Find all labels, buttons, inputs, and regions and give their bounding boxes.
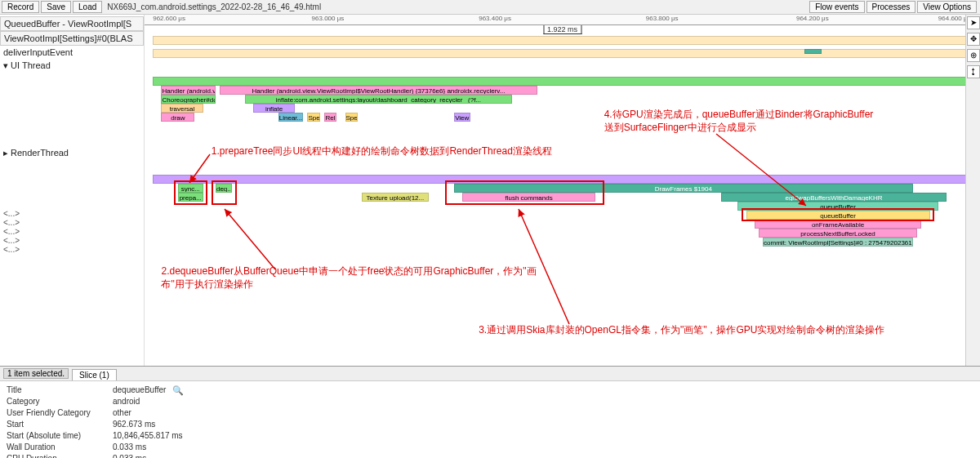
sidebar-dots[interactable]: <...> (0, 209, 144, 218)
trace-bar[interactable] (153, 77, 972, 86)
trace-bar[interactable] (153, 36, 972, 45)
sidebar-item-ui-thread[interactable]: ▾ UI Thread (0, 59, 144, 73)
trace-bar[interactable] (804, 49, 821, 54)
load-button[interactable]: Load (73, 1, 102, 13)
detail-key: CPU Duration (7, 453, 113, 458)
details-panel: 1 item selected. Slice (1) TitledequeueB… (0, 366, 980, 458)
svg-line-2 (225, 209, 275, 269)
trace-bar[interactable]: inflate:com.android.settings:layout/dash… (245, 95, 512, 104)
highlight-box (212, 180, 237, 205)
trace-bar[interactable]: eglSwapBuffersWithDamageKHR (721, 193, 947, 202)
time-range-label: 1.922 ms (543, 25, 581, 34)
annotation-text: 1.prepareTree同步UI线程中构建好的绘制命令树数据到RenderTh… (212, 145, 636, 158)
sidebar-dots[interactable]: <...> (0, 236, 144, 245)
trace-bar[interactable]: View (454, 113, 470, 122)
sidebar-item-render-thread[interactable]: ▸ RenderThread (0, 146, 144, 160)
sidebar-dots[interactable]: <...> (0, 227, 144, 236)
trace-bar[interactable]: Handler (android.v... (161, 86, 215, 95)
trace-bar[interactable]: Choreographer#doF... (161, 95, 215, 104)
tool-rail: ➤ ✥ ⊕ ⭥ (965, 15, 980, 366)
detail-val: other (113, 407, 131, 419)
time-ruler: 962.600 μs 963.000 μs 963.400 μs 963.800… (145, 15, 980, 25)
trace-bar[interactable]: Texture upload(12... (362, 193, 429, 202)
trace-bar[interactable] (153, 49, 972, 58)
detail-key: Start (7, 419, 113, 430)
sidebar-item-deliverinput[interactable]: deliverInputEvent (0, 46, 144, 59)
annotation-text: 4.待GPU渲染完成后，queueBuffer通过Binder将GraphicB… (604, 108, 956, 134)
sidebar-dots[interactable]: <...> (0, 245, 144, 254)
highlight-box (174, 180, 207, 205)
detail-key: Category (7, 396, 113, 407)
trace-bar[interactable]: Spe (307, 113, 319, 122)
sidebar-dots[interactable]: <...> (0, 218, 144, 227)
trace-bar[interactable]: commit: ViewRootImpl[Settings]#0 : 27547… (763, 238, 913, 247)
trace-bar[interactable]: Handler (android.view.ViewRootImpl$ViewR… (220, 86, 537, 95)
detail-val: 0.033 ms (113, 453, 146, 458)
flow-events-button[interactable]: Flow events (809, 1, 864, 13)
timeline-main[interactable]: 962.600 μs 963.000 μs 963.400 μs 963.800… (145, 15, 980, 366)
detail-val: android (113, 396, 140, 407)
pointer-tool-icon[interactable]: ➤ (967, 16, 980, 29)
tab-slice[interactable]: Slice (1) (72, 369, 117, 380)
trace-bar[interactable]: Linear... (278, 113, 304, 122)
trace-bar[interactable]: processNextBufferLocked (759, 229, 917, 238)
trace-bar[interactable]: inflate (253, 104, 295, 113)
highlight-box (742, 208, 933, 221)
trace-bar[interactable]: Rel (324, 113, 336, 122)
sidebar: QueuedBuffer - ViewRootImpl[S ViewRootIm… (0, 15, 145, 366)
search-icon[interactable]: 🔍 (172, 385, 184, 396)
detail-key: Title (7, 385, 113, 396)
processes-button[interactable]: Processes (866, 1, 916, 13)
toolbar: Record Save Load NX669J_com.android.sett… (0, 0, 980, 15)
detail-val: 10,846,455.817 ms (113, 430, 183, 442)
detail-key: Wall Duration (7, 442, 113, 453)
sidebar-item-viewrootimpl[interactable]: ViewRootImpl[Settings]#0(BLAS (0, 31, 144, 46)
highlight-box (445, 180, 604, 205)
file-title: NX669J_com.android.settings_2022-02-28_1… (107, 2, 321, 11)
annotation-text: 2.dequeueBuffer从BufferQueue中申请一个处于free状态… (161, 265, 553, 291)
annotation-text: 3.通过调用Skia库封装的OpenGL指令集，作为"画笔"，操作GPU实现对绘… (479, 323, 903, 336)
trace-bar[interactable]: Spe (345, 113, 358, 122)
zoom-tool-icon[interactable]: ⊕ (967, 49, 980, 62)
detail-val: 962.673 ms (113, 419, 155, 430)
trace-bar[interactable]: traversal (161, 104, 203, 113)
trace-bar[interactable]: draw (161, 113, 194, 122)
sidebar-item-queuedbuffer[interactable]: QueuedBuffer - ViewRootImpl[S (0, 16, 144, 31)
timing-tool-icon[interactable]: ⭥ (967, 65, 980, 78)
detail-key: Start (Absolute time) (7, 430, 113, 442)
save-button[interactable]: Save (41, 1, 71, 13)
record-button[interactable]: Record (2, 1, 39, 13)
view-options-button[interactable]: View Options (917, 1, 977, 13)
selection-count: 1 item selected. (3, 368, 69, 379)
pan-tool-icon[interactable]: ✥ (967, 33, 980, 46)
detail-val: 0.033 ms (113, 442, 146, 453)
detail-key: User Friendly Category (7, 407, 113, 419)
detail-val: dequeueBuffer (113, 385, 166, 396)
